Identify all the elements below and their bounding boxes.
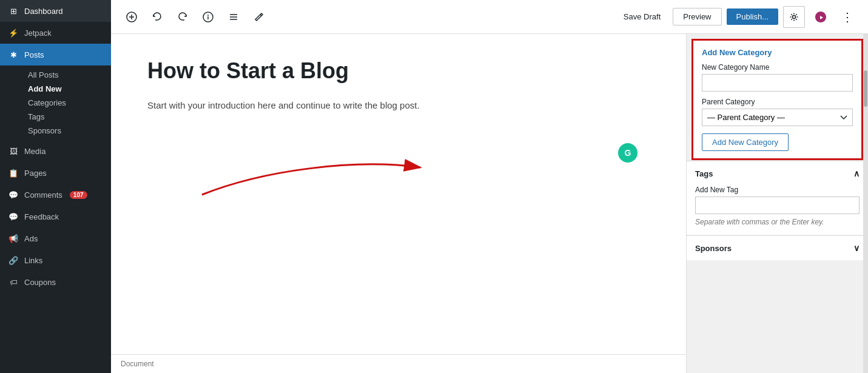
tags-title: Tags — [695, 169, 713, 178]
sidebar-item-label: Posts — [24, 50, 44, 59]
svg-point-5 — [207, 15, 209, 16]
list-icon — [228, 12, 239, 22]
jetpack-icon: ⚡ — [7, 27, 19, 39]
annotation-arrow — [111, 134, 445, 207]
sidebar-item-label: Dashboard — [24, 7, 63, 16]
editor-area[interactable]: How to Start a Blog Start with your intr… — [111, 34, 686, 373]
footer-label: Document — [121, 360, 154, 368]
sidebar-item-ads[interactable]: 📢 Ads — [0, 227, 111, 249]
pages-icon: 📋 — [7, 167, 19, 179]
sidebar-item-posts[interactable]: ✱ Posts — [0, 44, 111, 66]
document-footer: Document — [111, 354, 686, 373]
sidebar: ⊞ Dashboard ⚡ Jetpack ✱ Posts All Posts … — [0, 0, 111, 373]
sidebar-item-label: Feedback — [24, 212, 59, 221]
toolbar-left — [121, 6, 614, 28]
sponsors-section-header[interactable]: Sponsors ∨ — [687, 236, 868, 260]
info-icon — [203, 12, 214, 22]
dashboard-icon: ⊞ — [7, 5, 19, 17]
new-category-name-label: New Category Name — [702, 63, 853, 72]
edit-icon — [254, 12, 264, 22]
post-title[interactable]: How to Start a Blog — [147, 58, 650, 84]
sponsors-collapse-icon: ∨ — [853, 243, 860, 253]
sidebar-item-label: Pages — [24, 169, 47, 178]
redo-button[interactable] — [172, 6, 193, 28]
sidebar-item-pages[interactable]: 📋 Pages — [0, 162, 111, 184]
tags-section-body: Add New Tag Separate with commas or the … — [687, 186, 868, 235]
sidebar-item-comments[interactable]: 💬 Comments 107 — [0, 184, 111, 206]
toolbar-right: Save Draft Preview Publish... ⋮ — [616, 6, 858, 28]
sidebar-item-media[interactable]: 🖼 Media — [0, 140, 111, 162]
scrollbar-thumb[interactable] — [864, 70, 867, 107]
right-panel: Add New Category New Category Name Paren… — [686, 34, 868, 373]
coupons-icon: 🏷 — [7, 276, 19, 288]
preview-button[interactable]: Preview — [673, 8, 721, 25]
add-icon — [126, 12, 137, 22]
add-new-category-button[interactable]: Add New Category — [702, 133, 789, 151]
post-body[interactable]: Start with your introduction here and co… — [147, 98, 650, 113]
sponsors-title: Sponsors — [695, 244, 732, 253]
tags-section: Tags ∧ Add New Tag Separate with commas … — [687, 161, 868, 235]
sidebar-item-feedback[interactable]: 💬 Feedback — [0, 206, 111, 227]
add-new-tag-label: Add New Tag — [695, 186, 860, 194]
undo-button[interactable] — [146, 6, 168, 28]
parent-category-select[interactable]: — Parent Category — — [702, 109, 853, 126]
sidebar-sub-sponsors[interactable]: Sponsors — [23, 124, 111, 138]
sidebar-sub-all-posts[interactable]: All Posts — [23, 68, 111, 82]
svg-line-9 — [260, 15, 261, 16]
more-options-button[interactable]: ⋮ — [836, 6, 858, 28]
sidebar-item-dashboard[interactable]: ⊞ Dashboard — [0, 0, 111, 22]
grammarly-button[interactable]: G — [618, 143, 638, 163]
sidebar-item-label: Jetpack — [24, 29, 52, 38]
scrollbar-track[interactable] — [863, 34, 868, 373]
edit-button[interactable] — [248, 6, 270, 28]
posts-submenu: All Posts Add New Categories Tags Sponso… — [0, 66, 111, 140]
sidebar-item-jetpack[interactable]: ⚡ Jetpack — [0, 22, 111, 44]
sponsors-section: Sponsors ∨ — [687, 235, 868, 260]
publish-button[interactable]: Publish... — [727, 8, 778, 25]
add-new-tag-input[interactable] — [695, 197, 860, 214]
add-block-button[interactable] — [121, 6, 143, 28]
undo-icon — [152, 12, 163, 22]
content-area: How to Start a Blog Start with your intr… — [111, 34, 868, 373]
links-icon: 🔗 — [7, 254, 19, 266]
parent-category-label: Parent Category — [702, 98, 853, 106]
sidebar-item-label: Coupons — [24, 278, 56, 287]
tags-collapse-icon: ∧ — [853, 169, 860, 178]
tags-hint: Separate with commas or the Enter key. — [695, 218, 860, 226]
yoast-button[interactable] — [810, 6, 832, 28]
svg-point-10 — [793, 15, 796, 18]
posts-icon: ✱ — [7, 49, 19, 61]
comments-icon: 💬 — [7, 189, 19, 201]
sidebar-sub-tags[interactable]: Tags — [23, 110, 111, 124]
sidebar-item-label: Comments — [24, 190, 62, 200]
main-area: Save Draft Preview Publish... ⋮ How to S… — [111, 0, 868, 373]
sidebar-item-label: Links — [24, 256, 42, 265]
toolbar: Save Draft Preview Publish... ⋮ — [111, 0, 868, 34]
media-icon: 🖼 — [7, 145, 19, 157]
yoast-icon — [814, 10, 827, 24]
add-new-category-link[interactable]: Add New Category — [702, 48, 853, 57]
sidebar-item-coupons[interactable]: 🏷 Coupons — [0, 271, 111, 293]
category-panel: Add New Category New Category Name Paren… — [691, 39, 863, 160]
info-button[interactable] — [197, 6, 219, 28]
sidebar-sub-categories[interactable]: Categories — [23, 96, 111, 110]
save-draft-button[interactable]: Save Draft — [616, 8, 668, 25]
ads-icon: 📢 — [7, 232, 19, 244]
redo-icon — [177, 12, 188, 22]
new-category-name-input[interactable] — [702, 74, 853, 92]
sidebar-sub-add-new[interactable]: Add New — [23, 82, 111, 96]
comments-badge: 107 — [70, 191, 87, 199]
feedback-icon: 💬 — [7, 210, 19, 223]
sidebar-item-label: Media — [24, 147, 45, 156]
tags-section-header[interactable]: Tags ∧ — [687, 161, 868, 186]
gear-icon — [789, 12, 799, 22]
sidebar-item-label: Ads — [24, 234, 38, 243]
list-view-button[interactable] — [223, 6, 244, 28]
settings-button[interactable] — [783, 6, 805, 28]
sidebar-item-links[interactable]: 🔗 Links — [0, 249, 111, 271]
